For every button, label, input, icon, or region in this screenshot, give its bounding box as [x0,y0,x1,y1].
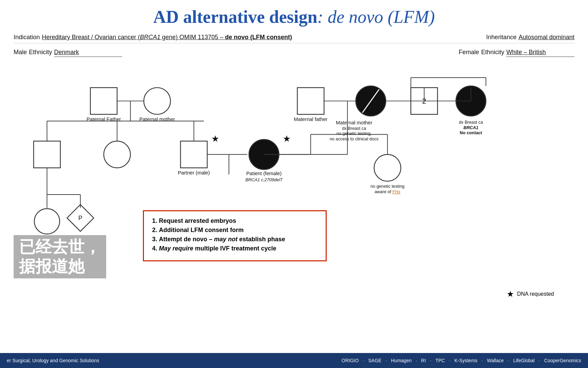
indication-row: Indication Hereditary Breast / Ovarian c… [14,34,574,43]
svg-rect-0 [91,88,117,114]
dna-star-icon: ★ [507,289,514,299]
inheritance-value: Autosomal dominant [519,34,574,41]
patient-gene-label: BRCA1 c.2709delT [245,177,283,182]
svg-point-37 [34,209,60,234]
logo-lifeglobal: LifeGlobal [513,358,535,363]
female-ethnicity-label: Ethnicity [481,49,504,56]
logo-ri: RI [421,358,426,363]
bottom-bar: er Surgical, Urology and Genomic Solutio… [0,353,588,368]
male-ethnicity-label: Ethnicity [29,49,52,56]
page-title: AD alternative design: de novo (LFM) [14,7,574,27]
indication-label: Indication [14,34,40,41]
svg-rect-10 [180,141,207,168]
annotation-list: Request arrested embryos Additional LFM … [159,217,317,252]
logo-origio: ORIGIO [342,358,359,363]
dx-brca1-label: BRCA1 [463,125,478,130]
mat-sib-no-test: no genetic testing [371,184,405,189]
male-ethnicity: Male Ethnicity Denmark [14,49,122,57]
pedigree-area: Paternal Father Paternal mother ★ Partne… [14,67,574,306]
logo-sage: SAGE [368,358,381,363]
annotation-item-4: May require multiple IVF treatment cycle [159,245,317,252]
dna-legend: ★ DNA requested [507,289,554,299]
female-label: Female [459,49,479,56]
main-content: AD alternative design: de novo (LFM) Ind… [0,0,588,354]
mat-mother-dx: dx Breast ca [342,126,366,131]
dna-legend-text: DNA requested [517,291,554,297]
annotation-box: Request arrested embryos Additional LFM … [143,210,327,261]
chinese-overlay: 已经去世， 据报道她 [14,235,106,278]
mat-father-label: Maternal father [294,117,328,122]
no-contact-label: No contact [460,130,483,135]
indication-left: Indication Hereditary Breast / Ovarian c… [14,34,292,41]
mat-mother-no-access: no access to clinical docs [330,136,379,141]
ethnicity-row: Male Ethnicity Denmark Female Ethnicity … [14,49,574,57]
annotation-item-3: Attempt de novo – may not establish phas… [159,236,317,243]
logo-ksystems: K-Systems [454,358,477,363]
annotation-item-1: Request arrested embryos [159,217,317,225]
logo-tpc: TPC [435,358,445,363]
dx-breast-label: dx Breast ca [459,120,483,125]
bottom-logos: ORIGIO · SAGE · Humagen · RI · TPC · K-S… [342,358,581,363]
svg-point-32 [374,154,401,181]
logo-humagen: Humagen [391,358,412,363]
logo-coopergenomics: CooperGenomics [544,358,581,363]
svg-rect-14 [297,88,324,114]
partner-star: ★ [211,134,219,143]
mat-mother-no-test: no genetic testing, [337,131,372,136]
mat-mother-label: Maternal mother [336,120,372,125]
patient-label: Patient (female) [246,171,282,176]
male-ethnicity-value: Denmark [54,49,122,57]
inheritance-label: Inheritance [486,34,517,41]
chinese-line1: 已经去世， [19,237,101,257]
female-ethnicity-value: White – British [506,49,574,57]
female-ethnicity: Female Ethnicity White – British [459,49,574,57]
chinese-line2: 据报道她 [19,257,101,276]
svg-point-1 [144,88,170,114]
diamond-p-label: P [78,215,82,221]
svg-point-8 [104,141,130,168]
logo-wallace: Wallace [487,358,504,363]
male-label: Male [14,49,27,56]
patient-star: ★ [283,134,291,143]
annotation-item-2: Additional LFM consent form [159,227,317,234]
partner-label: Partner (male) [178,170,210,175]
mat-sib-aware: aware of FHx [375,189,401,194]
svg-rect-6 [34,141,60,168]
indication-value: Hereditary Breast / Ovarian cancer (BRCA… [42,34,292,41]
inheritance-right: Inheritance Autosomal dominant [486,34,574,41]
bottom-left-text: er Surgical, Urology and Genomic Solutio… [7,358,99,363]
